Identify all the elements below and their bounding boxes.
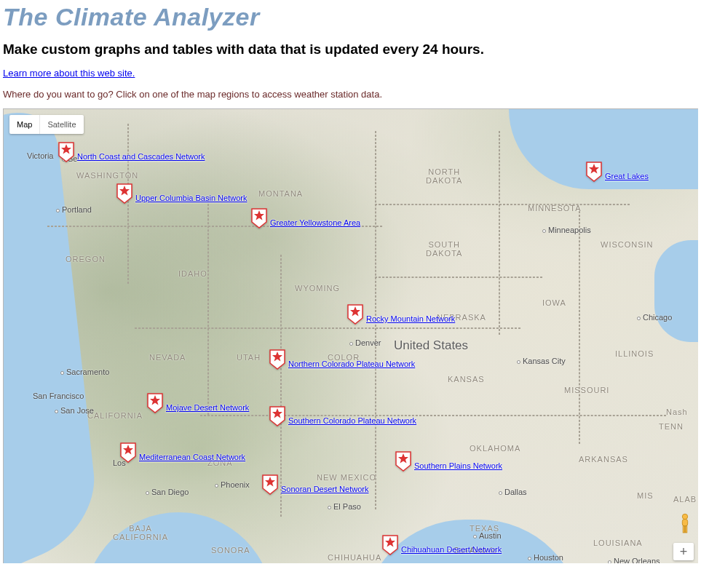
svg-rect-1 [682,520,687,526]
state-label: ALAB [673,495,697,504]
star-pin-icon[interactable] [269,406,285,426]
state-label: ARKANSAS [579,455,628,464]
city-label: Minneapolis [542,226,591,234]
learn-more-link[interactable]: Learn more about this web site. [3,68,135,79]
region-link[interactable]: Chihuahuan Desert Network [401,545,502,554]
city-label: Kansas City [517,357,566,365]
region-marker[interactable]: Rocky Mountain Network [347,304,455,325]
state-label: CHIHUAHUA [328,553,381,562]
region-marker[interactable]: Upper Columbia Basin Network [116,183,247,204]
lake-michigan [654,240,698,342]
state-label: IOWA [542,298,566,307]
star-pin-icon[interactable] [586,162,602,182]
city-label: New Orleans [608,557,660,563]
region-marker[interactable]: North Coast and Cascades Network [58,142,205,162]
map-prompt: Where do you want to go? Click on one of… [3,89,698,100]
region-marker[interactable]: Mediterranean Coast Network [120,442,245,463]
state-label: CALIFORNIA [87,411,143,420]
state-label: KANSAS [448,375,485,384]
zoom-in-button[interactable]: + [673,543,694,560]
city-label: Denver [349,338,381,347]
region-link[interactable]: Upper Columbia Basin Network [135,194,247,202]
region-marker[interactable]: Chihuahuan Desert Network [382,535,502,555]
state-label: UTAH [237,353,261,362]
city-label: Sacramento [60,368,109,376]
region-link[interactable]: Northern Colorado Plateau Network [288,359,415,368]
svg-rect-2 [683,526,684,533]
star-pin-icon[interactable] [116,183,132,204]
region-marker[interactable]: Mojave Desert Network [147,393,249,413]
map-container[interactable]: Map Satellite United States WASHINGTONMO… [3,108,698,563]
star-pin-icon[interactable] [269,349,285,370]
state-label: MINNESOTA [528,204,582,212]
state-label: NORTHDAKOTA [426,167,462,185]
page-subtitle: Make custom graphs and tables with data … [3,41,698,57]
city-label: San Diego [146,488,189,496]
map-type-control: Map Satellite [9,115,84,134]
state-label: OREGON [66,255,106,263]
star-pin-icon[interactable] [382,535,398,555]
region-link[interactable]: Rocky Mountain Network [366,314,455,323]
city-label: San Jose [55,406,94,415]
region-marker[interactable]: Southern Colorado Plateau Network [269,406,416,426]
state-label: MONTANA [258,189,303,198]
state-label: WISCONSIN [601,240,654,249]
state-label: SOUTHDAKOTA [426,240,462,258]
region-marker[interactable]: Sonoran Desert Network [262,474,368,495]
star-pin-icon[interactable] [147,393,163,413]
region-link[interactable]: Mediterranean Coast Network [139,453,245,461]
city-label: Victoria [27,151,53,160]
city-label: El Paso [328,502,361,511]
state-label: IDAHO [178,269,207,278]
state-label: LOUISIANA [593,539,643,547]
star-pin-icon[interactable] [395,451,411,472]
region-link[interactable]: Greater Yellowstone Area [270,218,360,227]
map-type-map-button[interactable]: Map [9,115,39,134]
region-marker[interactable]: Southern Plains Network [395,451,502,472]
region-link[interactable]: Great Lakes [605,172,649,180]
streetview-pegman[interactable] [676,512,694,536]
svg-rect-3 [685,526,686,533]
region-link[interactable]: Southern Colorado Plateau Network [288,416,416,425]
city-label: Dallas [499,488,527,496]
state-label: SONORA [211,546,250,555]
pegman-icon [677,513,693,535]
state-label: ILLINOIS [615,349,654,358]
city-label: San Francisco [33,392,84,400]
city-label: Portland [56,205,92,214]
state-label: TENN [659,422,684,431]
city-label: Chicago [637,313,672,322]
svg-point-0 [682,514,687,519]
region-link[interactable]: Mojave Desert Network [166,403,249,412]
region-link[interactable]: Southern Plains Network [414,461,502,470]
city-label: Houston [528,553,563,562]
star-pin-icon[interactable] [58,142,74,162]
star-pin-icon[interactable] [347,304,363,325]
city-label: Phoenix [215,480,250,489]
page-title: The Climate Analyzer [3,3,698,31]
state-label: BAJACALIFORNIA [113,524,168,541]
state-label: WYOMING [295,284,340,293]
region-link[interactable]: North Coast and Cascades Network [77,152,205,161]
state-label: Nash [666,408,688,416]
region-marker[interactable]: Great Lakes [586,162,649,182]
region-marker[interactable]: Northern Colorado Plateau Network [269,349,415,370]
map-type-satellite-button[interactable]: Satellite [39,115,83,134]
star-pin-icon[interactable] [120,442,136,463]
star-pin-icon[interactable] [262,474,278,495]
zoom-control: + [673,543,694,560]
state-label: MIS [637,491,654,500]
state-label: MISSOURI [564,386,609,394]
region-marker[interactable]: Greater Yellowstone Area [251,208,360,229]
star-pin-icon[interactable] [251,208,267,229]
region-link[interactable]: Sonoran Desert Network [281,485,368,493]
state-label: WASHINGTON [76,171,138,180]
state-label: NEVADA [149,353,186,362]
